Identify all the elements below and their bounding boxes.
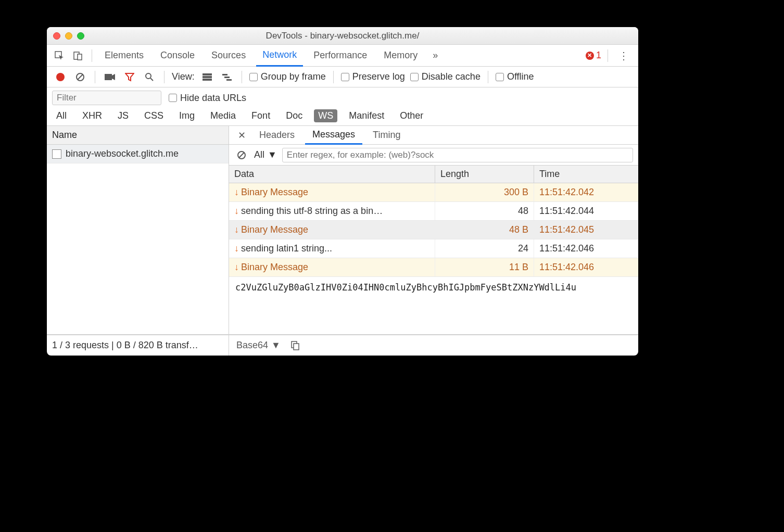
settings-menu-icon[interactable]: ⋮ — [614, 49, 633, 62]
message-data-cell: ↓Binary Message — [229, 258, 435, 276]
svg-rect-11 — [222, 74, 227, 75]
filter-input[interactable] — [52, 91, 161, 105]
arrow-down-icon: ↓ — [234, 243, 239, 254]
message-row[interactable]: ↓Binary Message300 B11:51:42.042 — [229, 183, 638, 202]
request-name: binary-websocket.glitch.me — [66, 148, 179, 159]
message-regex-input[interactable] — [282, 148, 633, 162]
message-data-cell: ↓sending latin1 string... — [229, 239, 435, 258]
message-data-cell: ↓Binary Message — [229, 183, 435, 201]
tab-console[interactable]: Console — [154, 45, 201, 67]
message-filter-bar: All ▼ — [229, 145, 638, 166]
message-table-body: ↓Binary Message300 B11:51:42.042↓sending… — [229, 183, 638, 277]
detail-tabs: ✕ Headers Messages Timing — [229, 126, 638, 145]
detail-tab-timing[interactable]: Timing — [365, 126, 408, 145]
svg-line-4 — [78, 74, 83, 80]
message-data-cell: ↓sending this utf-8 string as a bin… — [229, 202, 435, 220]
message-row[interactable]: ↓Binary Message48 B11:51:42.045 — [229, 221, 638, 239]
filter-type-other[interactable]: Other — [396, 109, 427, 122]
filter-type-css[interactable]: CSS — [140, 109, 168, 122]
svg-line-7 — [150, 78, 153, 81]
tab-performance[interactable]: Performance — [307, 45, 373, 67]
waterfall-icon[interactable] — [220, 70, 234, 84]
request-row[interactable]: binary-websocket.glitch.me — [47, 145, 229, 163]
message-row[interactable]: ↓sending latin1 string...2411:51:42.046 — [229, 239, 638, 258]
error-badge[interactable]: ✕ 1 — [586, 50, 601, 61]
file-icon — [52, 149, 61, 159]
tab-network[interactable]: Network — [256, 45, 303, 67]
message-time-cell: 11:51:42.042 — [534, 183, 638, 201]
chevron-down-icon: ▼ — [271, 340, 281, 351]
disable-cache-checkbox[interactable]: Disable cache — [410, 71, 480, 82]
hide-data-urls-label: Hide data URLs — [180, 93, 246, 104]
checkbox-icon — [341, 73, 349, 81]
col-header-data[interactable]: Data — [229, 166, 435, 183]
detail-tab-headers[interactable]: Headers — [252, 126, 302, 145]
svg-rect-2 — [78, 54, 82, 60]
hide-data-urls-checkbox[interactable]: Hide data URLs — [169, 93, 246, 104]
large-rows-icon[interactable] — [200, 70, 214, 84]
devtools-window: DevTools - binary-websocket.glitch.me/ E… — [47, 27, 638, 356]
close-detail-icon[interactable]: ✕ — [234, 128, 249, 143]
svg-rect-8 — [203, 73, 212, 75]
offline-checkbox[interactable]: Offline — [496, 71, 534, 82]
filter-icon[interactable] — [122, 70, 137, 84]
message-length-cell: 11 B — [435, 258, 534, 276]
camera-icon[interactable] — [103, 70, 117, 84]
record-button[interactable] — [53, 70, 68, 84]
group-by-frame-checkbox[interactable]: Group by frame — [249, 71, 326, 82]
divider — [164, 71, 165, 83]
message-row[interactable]: ↓sending this utf-8 string as a bin…4811… — [229, 202, 638, 221]
chevron-down-icon: ▼ — [268, 149, 277, 160]
filter-type-ws[interactable]: WS — [314, 109, 337, 122]
arrow-down-icon: ↓ — [234, 187, 239, 198]
message-table-header: Data Length Time — [229, 166, 638, 183]
svg-rect-9 — [203, 76, 212, 78]
detail-pane: ✕ Headers Messages Timing All ▼ Data Len… — [229, 126, 638, 334]
request-list-header: Name — [47, 126, 229, 145]
filter-type-js[interactable]: JS — [113, 109, 133, 122]
device-toolbar-icon[interactable] — [71, 48, 85, 63]
preserve-log-label: Preserve log — [352, 71, 405, 82]
encoding-select[interactable]: Base64 ▼ — [236, 340, 281, 351]
inspect-element-icon[interactable] — [52, 48, 67, 63]
clear-messages-button[interactable] — [234, 148, 249, 162]
more-tabs-icon[interactable]: » — [428, 48, 442, 63]
detail-tab-messages[interactable]: Messages — [305, 126, 362, 145]
svg-rect-17 — [294, 344, 299, 350]
divider — [488, 71, 488, 83]
tab-sources[interactable]: Sources — [205, 45, 252, 67]
filter-type-font[interactable]: Font — [247, 109, 274, 122]
arrow-down-icon: ↓ — [234, 224, 239, 235]
message-type-value: All — [254, 149, 264, 160]
col-header-time[interactable]: Time — [534, 166, 638, 183]
status-summary: 1 / 3 requests | 0 B / 820 B transf… — [47, 335, 229, 356]
filter-type-media[interactable]: Media — [206, 109, 240, 122]
filter-type-xhr[interactable]: XHR — [78, 109, 106, 122]
svg-point-6 — [146, 73, 151, 79]
message-payload[interactable]: c2VuZGluZyB0aGlzIHV0Zi04IHN0cmluZyBhcyBh… — [229, 277, 638, 334]
filter-type-doc[interactable]: Doc — [282, 109, 307, 122]
tab-elements[interactable]: Elements — [98, 45, 150, 67]
record-icon — [56, 73, 65, 81]
message-time-cell: 11:51:42.046 — [534, 239, 638, 258]
search-icon[interactable] — [142, 70, 157, 84]
preserve-log-checkbox[interactable]: Preserve log — [341, 71, 405, 82]
message-time-cell: 11:51:42.046 — [534, 258, 638, 276]
message-time-cell: 11:51:42.045 — [534, 221, 638, 239]
clear-button[interactable] — [73, 70, 87, 84]
copy-icon[interactable] — [288, 338, 302, 353]
tab-memory[interactable]: Memory — [377, 45, 424, 67]
filter-type-manifest[interactable]: Manifest — [345, 109, 388, 122]
divider — [608, 49, 608, 62]
message-type-select[interactable]: All ▼ — [254, 149, 277, 160]
filter-type-all[interactable]: All — [52, 109, 71, 122]
network-toolbar: View: Group by frame Preserve log Disabl… — [47, 67, 638, 87]
filter-type-img[interactable]: Img — [175, 109, 199, 122]
svg-rect-13 — [226, 79, 232, 81]
col-header-length[interactable]: Length — [435, 166, 534, 183]
message-length-cell: 24 — [435, 239, 534, 258]
arrow-down-icon: ↓ — [234, 262, 239, 273]
status-right: Base64 ▼ — [229, 335, 638, 356]
message-row[interactable]: ↓Binary Message11 B11:51:42.046 — [229, 258, 638, 277]
checkbox-icon — [410, 73, 419, 81]
